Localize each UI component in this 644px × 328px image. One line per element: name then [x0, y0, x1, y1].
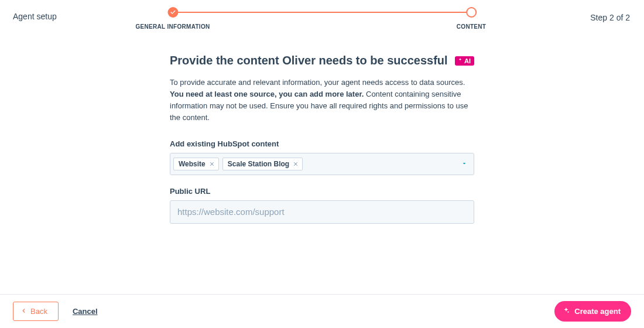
back-label: Back: [30, 307, 47, 316]
main-content: Provide the content Oliver needs to be s…: [170, 54, 474, 224]
sparkle-icon: [457, 57, 463, 64]
step-general-information[interactable]: GENERAL INFORMATION: [136, 7, 210, 30]
cancel-link[interactable]: Cancel: [73, 307, 98, 316]
ai-badge-label: AI: [464, 57, 471, 64]
public-url-label: Public URL: [170, 187, 474, 196]
close-icon[interactable]: [293, 161, 299, 167]
step-circle-current: [466, 7, 477, 18]
footer: Back Cancel Create agent: [0, 294, 644, 328]
step-label: GENERAL INFORMATION: [136, 23, 210, 30]
step-label: CONTENT: [457, 23, 486, 30]
chevron-left-icon: [20, 307, 27, 316]
step-content[interactable]: CONTENT: [457, 7, 486, 30]
description-text: To provide accurate and relevant informa…: [170, 77, 474, 124]
existing-content-select[interactable]: Website Scale Station Blog: [170, 153, 474, 175]
back-button[interactable]: Back: [13, 302, 59, 321]
check-icon: [167, 7, 178, 18]
create-agent-button[interactable]: Create agent: [554, 301, 631, 322]
create-label: Create agent: [574, 307, 621, 316]
chip-label: Scale Station Blog: [228, 160, 289, 168]
existing-content-label: Add existing HubSpot content: [170, 139, 474, 148]
public-url-input[interactable]: [170, 200, 474, 224]
chip-label: Website: [179, 160, 205, 168]
sparkle-icon: [563, 307, 570, 316]
close-icon[interactable]: [209, 161, 215, 167]
stepper-line: [173, 12, 471, 13]
chevron-down-icon: [461, 159, 468, 169]
page-label: Agent setup: [13, 12, 631, 21]
chip-scale-station-blog: Scale Station Blog: [222, 158, 303, 170]
chip-website: Website: [173, 158, 219, 170]
ai-badge[interactable]: AI: [455, 56, 474, 66]
page-title: Provide the content Oliver needs to be s…: [170, 54, 448, 67]
step-indicator: Step 2 of 2: [590, 13, 630, 22]
